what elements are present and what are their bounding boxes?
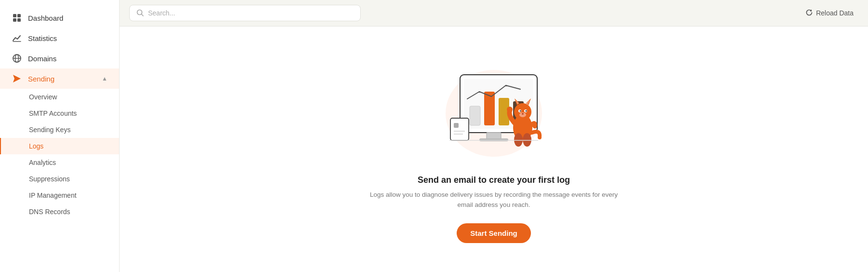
svg-point-35: [522, 113, 524, 115]
sidebar-item-sending[interactable]: Sending ▲: [0, 68, 119, 89]
sidebar-item-dashboard[interactable]: Dashboard: [0, 8, 119, 28]
sidebar-item-domains-label: Domains: [28, 54, 56, 63]
sidebar-subitem-logs-label: Logs: [29, 142, 43, 150]
svg-rect-2: [13, 18, 16, 22]
sidebar-subitem-suppressions[interactable]: Suppressions: [0, 171, 119, 187]
search-bar[interactable]: [129, 5, 361, 21]
main-content: Reload Data: [120, 0, 868, 272]
sidebar-item-domains[interactable]: Domains: [0, 48, 119, 68]
header: Reload Data: [120, 0, 868, 27]
svg-rect-14: [470, 106, 480, 125]
svg-rect-21: [454, 123, 459, 128]
start-sending-button[interactable]: Start Sending: [457, 223, 531, 243]
svg-marker-8: [13, 75, 21, 82]
svg-point-25: [514, 103, 531, 121]
sidebar-subitem-overview-label: Overview: [29, 93, 57, 101]
sidebar-subitem-suppressions-label: Suppressions: [29, 175, 70, 183]
statistics-icon: [12, 33, 22, 43]
sidebar-subitem-sending-keys[interactable]: Sending Keys: [0, 122, 119, 138]
domains-icon: [12, 53, 22, 64]
sidebar-subitem-ip-management-label: IP Management: [29, 191, 77, 199]
sidebar-item-statistics-label: Statistics: [28, 34, 57, 42]
svg-point-38: [523, 133, 531, 147]
svg-point-32: [520, 110, 521, 112]
sidebar-subitem-smtp-accounts-label: SMTP Accounts: [29, 109, 77, 117]
sidebar-subitem-dns-records[interactable]: DNS Records: [0, 204, 119, 220]
svg-rect-18: [487, 133, 501, 139]
svg-point-37: [514, 133, 523, 147]
svg-point-36: [507, 107, 513, 112]
sending-submenu: Overview SMTP Accounts Sending Keys Logs…: [0, 89, 119, 220]
sidebar-subitem-analytics[interactable]: Analytics: [0, 154, 119, 171]
sidebar-subitem-dns-records-label: DNS Records: [29, 208, 70, 216]
empty-state-title: Send an email to create your first log: [418, 175, 570, 185]
dashboard-icon: [12, 13, 22, 23]
svg-rect-1: [17, 14, 21, 17]
reload-data-label: Reload Data: [816, 9, 854, 17]
svg-point-33: [526, 110, 527, 112]
svg-line-10: [142, 14, 144, 16]
reload-icon: [805, 9, 813, 18]
svg-rect-19: [479, 138, 508, 141]
empty-state-subtitle: Logs allow you to diagnose delivery issu…: [368, 190, 619, 210]
svg-rect-20: [450, 118, 469, 140]
sidebar: Dashboard Statistics Domains Sen: [0, 0, 120, 272]
svg-rect-0: [13, 14, 16, 17]
sending-icon: [12, 73, 22, 84]
empty-state: Send an email to create your first log L…: [120, 27, 868, 272]
search-icon: [136, 9, 144, 17]
reload-data-button[interactable]: Reload Data: [800, 6, 858, 21]
sidebar-subitem-overview[interactable]: Overview: [0, 89, 119, 105]
empty-illustration: [431, 55, 556, 162]
sidebar-item-sending-label: Sending: [28, 75, 54, 83]
sidebar-item-statistics[interactable]: Statistics: [0, 28, 119, 48]
svg-rect-3: [17, 18, 21, 22]
sidebar-subitem-sending-keys-label: Sending Keys: [29, 126, 70, 134]
sidebar-subitem-logs[interactable]: Logs: [0, 138, 119, 154]
svg-rect-15: [484, 92, 495, 125]
search-input[interactable]: [148, 9, 353, 17]
sidebar-item-dashboard-label: Dashboard: [28, 14, 63, 22]
sidebar-subitem-ip-management[interactable]: IP Management: [0, 187, 119, 204]
sidebar-subitem-smtp-accounts[interactable]: SMTP Accounts: [0, 105, 119, 122]
sidebar-subitem-analytics-label: Analytics: [29, 159, 56, 166]
chevron-up-icon: ▲: [102, 75, 108, 82]
